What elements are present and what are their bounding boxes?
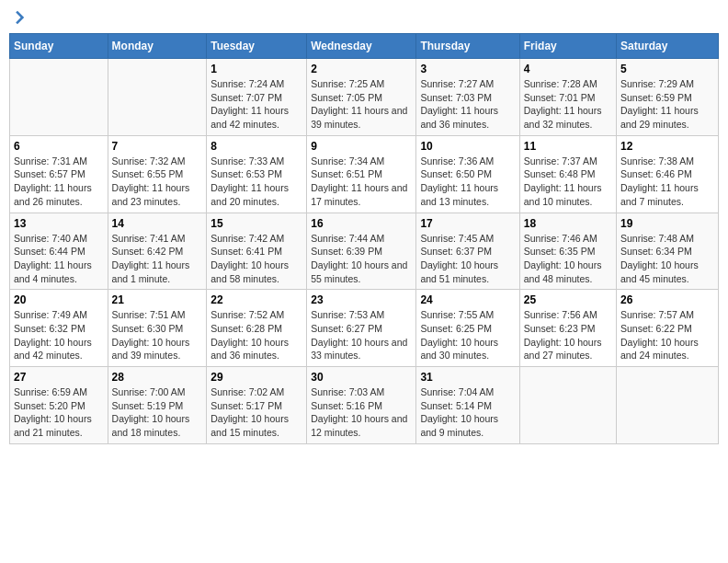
- day-info: Sunrise: 7:45 AMSunset: 6:37 PMDaylight:…: [420, 232, 515, 286]
- day-info: Sunrise: 7:29 AMSunset: 6:59 PMDaylight:…: [620, 77, 714, 132]
- calendar-cell: 13Sunrise: 7:40 AMSunset: 6:44 PMDayligh…: [10, 213, 108, 290]
- day-info: Sunrise: 7:38 AMSunset: 6:46 PMDaylight:…: [620, 155, 714, 209]
- day-number: 13: [14, 217, 104, 230]
- day-number: 24: [420, 293, 515, 306]
- calendar-cell: 10Sunrise: 7:36 AMSunset: 6:50 PMDayligh…: [416, 135, 519, 213]
- calendar-header-row: SundayMondayTuesdayWednesdayThursdayFrid…: [10, 34, 719, 59]
- calendar-cell: 16Sunrise: 7:44 AMSunset: 6:39 PMDayligh…: [307, 213, 416, 290]
- day-info: Sunrise: 7:42 AMSunset: 6:41 PMDaylight:…: [210, 232, 302, 286]
- calendar-cell: 17Sunrise: 7:45 AMSunset: 6:37 PMDayligh…: [416, 213, 519, 290]
- calendar-week-row: 6Sunrise: 7:31 AMSunset: 6:57 PMDaylight…: [10, 135, 719, 213]
- calendar-cell: 28Sunrise: 7:00 AMSunset: 5:19 PMDayligh…: [108, 367, 207, 444]
- calendar-cell: 21Sunrise: 7:51 AMSunset: 6:30 PMDayligh…: [108, 290, 207, 367]
- day-info: Sunrise: 7:34 AMSunset: 6:51 PMDaylight:…: [311, 155, 412, 209]
- day-number: 16: [311, 217, 412, 230]
- day-info: Sunrise: 7:49 AMSunset: 6:32 PMDaylight:…: [14, 308, 104, 362]
- calendar-cell: 14Sunrise: 7:41 AMSunset: 6:42 PMDayligh…: [108, 213, 207, 290]
- header-tuesday: Tuesday: [207, 34, 307, 59]
- calendar-cell: 11Sunrise: 7:37 AMSunset: 6:48 PMDayligh…: [519, 135, 616, 213]
- day-info: Sunrise: 7:02 AMSunset: 5:17 PMDaylight:…: [210, 385, 302, 440]
- calendar-cell: [617, 367, 719, 444]
- logo: [9, 9, 29, 26]
- calendar-cell: 19Sunrise: 7:48 AMSunset: 6:34 PMDayligh…: [617, 213, 719, 290]
- calendar-cell: 24Sunrise: 7:55 AMSunset: 6:25 PMDayligh…: [416, 290, 519, 367]
- day-info: Sunrise: 7:46 AMSunset: 6:35 PMDaylight:…: [524, 232, 612, 286]
- calendar-cell: [108, 59, 207, 136]
- day-info: Sunrise: 7:53 AMSunset: 6:27 PMDaylight:…: [311, 308, 412, 362]
- day-number: 10: [420, 140, 515, 153]
- calendar-cell: 27Sunrise: 6:59 AMSunset: 5:20 PMDayligh…: [10, 367, 108, 444]
- calendar-cell: 22Sunrise: 7:52 AMSunset: 6:28 PMDayligh…: [207, 290, 307, 367]
- day-number: 23: [311, 293, 412, 306]
- day-number: 8: [210, 140, 302, 153]
- day-info: Sunrise: 7:41 AMSunset: 6:42 PMDaylight:…: [112, 232, 203, 286]
- calendar-cell: 6Sunrise: 7:31 AMSunset: 6:57 PMDaylight…: [10, 135, 108, 213]
- calendar-cell: 15Sunrise: 7:42 AMSunset: 6:41 PMDayligh…: [207, 213, 307, 290]
- calendar-cell: 26Sunrise: 7:57 AMSunset: 6:22 PMDayligh…: [617, 290, 719, 367]
- day-info: Sunrise: 7:44 AMSunset: 6:39 PMDaylight:…: [311, 232, 412, 286]
- calendar-cell: [519, 367, 616, 444]
- day-number: 28: [112, 371, 203, 384]
- day-info: Sunrise: 7:51 AMSunset: 6:30 PMDaylight:…: [112, 308, 203, 362]
- header-saturday: Saturday: [617, 34, 719, 59]
- day-info: Sunrise: 7:25 AMSunset: 7:05 PMDaylight:…: [311, 77, 412, 132]
- day-number: 14: [112, 217, 203, 230]
- day-number: 19: [620, 217, 714, 230]
- day-info: Sunrise: 7:03 AMSunset: 5:16 PMDaylight:…: [311, 385, 412, 440]
- day-info: Sunrise: 7:24 AMSunset: 7:07 PMDaylight:…: [210, 77, 302, 132]
- day-info: Sunrise: 7:57 AMSunset: 6:22 PMDaylight:…: [620, 308, 714, 362]
- day-number: 30: [311, 371, 412, 384]
- day-info: Sunrise: 7:56 AMSunset: 6:23 PMDaylight:…: [524, 308, 612, 362]
- calendar-cell: 30Sunrise: 7:03 AMSunset: 5:16 PMDayligh…: [307, 367, 416, 444]
- header-thursday: Thursday: [416, 34, 519, 59]
- day-info: Sunrise: 6:59 AMSunset: 5:20 PMDaylight:…: [14, 385, 104, 440]
- day-number: 12: [620, 140, 714, 153]
- calendar-cell: 2Sunrise: 7:25 AMSunset: 7:05 PMDaylight…: [307, 59, 416, 136]
- day-info: Sunrise: 7:40 AMSunset: 6:44 PMDaylight:…: [14, 232, 104, 286]
- day-info: Sunrise: 7:28 AMSunset: 7:01 PMDaylight:…: [524, 77, 612, 132]
- day-info: Sunrise: 7:04 AMSunset: 5:14 PMDaylight:…: [420, 385, 515, 440]
- header-monday: Monday: [108, 34, 207, 59]
- calendar-cell: 7Sunrise: 7:32 AMSunset: 6:55 PMDaylight…: [108, 135, 207, 213]
- calendar-cell: 29Sunrise: 7:02 AMSunset: 5:17 PMDayligh…: [207, 367, 307, 444]
- calendar-week-row: 27Sunrise: 6:59 AMSunset: 5:20 PMDayligh…: [10, 367, 719, 444]
- day-number: 15: [210, 217, 302, 230]
- calendar-cell: 3Sunrise: 7:27 AMSunset: 7:03 PMDaylight…: [416, 59, 519, 136]
- day-number: 7: [112, 140, 203, 153]
- calendar-cell: 9Sunrise: 7:34 AMSunset: 6:51 PMDaylight…: [307, 135, 416, 213]
- day-number: 20: [14, 293, 104, 306]
- day-number: 6: [14, 140, 104, 153]
- calendar-cell: 8Sunrise: 7:33 AMSunset: 6:53 PMDaylight…: [207, 135, 307, 213]
- calendar-table: SundayMondayTuesdayWednesdayThursdayFrid…: [9, 33, 719, 444]
- calendar-cell: 5Sunrise: 7:29 AMSunset: 6:59 PMDaylight…: [617, 59, 719, 136]
- calendar-week-row: 20Sunrise: 7:49 AMSunset: 6:32 PMDayligh…: [10, 290, 719, 367]
- calendar-cell: 20Sunrise: 7:49 AMSunset: 6:32 PMDayligh…: [10, 290, 108, 367]
- day-number: 29: [210, 371, 302, 384]
- calendar-cell: 18Sunrise: 7:46 AMSunset: 6:35 PMDayligh…: [519, 213, 616, 290]
- calendar-cell: 1Sunrise: 7:24 AMSunset: 7:07 PMDaylight…: [207, 59, 307, 136]
- day-info: Sunrise: 7:37 AMSunset: 6:48 PMDaylight:…: [524, 155, 612, 209]
- day-number: 3: [420, 63, 515, 75]
- day-number: 2: [311, 63, 412, 75]
- calendar-cell: 4Sunrise: 7:28 AMSunset: 7:01 PMDaylight…: [519, 59, 616, 136]
- day-number: 26: [620, 293, 714, 306]
- header-sunday: Sunday: [10, 34, 108, 59]
- day-number: 5: [620, 63, 714, 75]
- day-info: Sunrise: 7:31 AMSunset: 6:57 PMDaylight:…: [14, 155, 104, 209]
- calendar-cell: 23Sunrise: 7:53 AMSunset: 6:27 PMDayligh…: [307, 290, 416, 367]
- header-wednesday: Wednesday: [307, 34, 416, 59]
- day-number: 27: [14, 371, 104, 384]
- day-info: Sunrise: 7:27 AMSunset: 7:03 PMDaylight:…: [420, 77, 515, 132]
- day-number: 22: [210, 293, 302, 306]
- day-info: Sunrise: 7:32 AMSunset: 6:55 PMDaylight:…: [112, 155, 203, 209]
- calendar-cell: 31Sunrise: 7:04 AMSunset: 5:14 PMDayligh…: [416, 367, 519, 444]
- calendar-cell: 25Sunrise: 7:56 AMSunset: 6:23 PMDayligh…: [519, 290, 616, 367]
- day-number: 9: [311, 140, 412, 153]
- day-number: 31: [420, 371, 515, 384]
- day-number: 18: [524, 217, 612, 230]
- calendar-cell: [10, 59, 108, 136]
- header: [9, 9, 719, 26]
- day-info: Sunrise: 7:55 AMSunset: 6:25 PMDaylight:…: [420, 308, 515, 362]
- header-friday: Friday: [519, 34, 616, 59]
- day-info: Sunrise: 7:00 AMSunset: 5:19 PMDaylight:…: [112, 385, 203, 440]
